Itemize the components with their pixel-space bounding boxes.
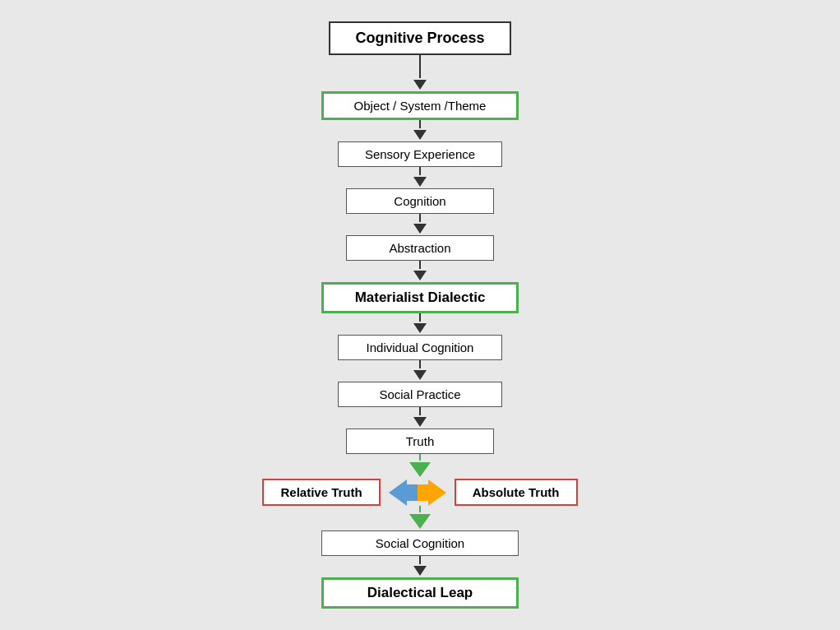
bidirectional-arrows <box>389 479 446 506</box>
arrow-1 <box>413 80 427 90</box>
arrow-2 <box>413 130 427 140</box>
arrow-8 <box>413 417 427 427</box>
object-node: Object / System /Theme <box>321 91 519 120</box>
connector-5 <box>419 261 421 269</box>
arrow-3 <box>413 177 427 187</box>
materialist-node: Materialist Dialectic <box>321 282 519 313</box>
connector-6 <box>419 313 421 322</box>
sensory-node: Sensory Experience <box>338 141 502 167</box>
connector-4 <box>419 214 421 222</box>
cognition-node: Cognition <box>346 188 494 214</box>
connector-3 <box>419 167 421 175</box>
right-arrow-body <box>418 484 429 501</box>
relative-truth-node: Relative Truth <box>262 479 380 506</box>
arrow-4 <box>413 224 427 234</box>
left-arrow-head <box>389 479 407 506</box>
individual-node: Individual Cognition <box>338 335 502 360</box>
arrow-7 <box>413 370 427 380</box>
arrow-green-1 <box>409 462 431 477</box>
connector-2 <box>419 120 421 128</box>
arrow-5 <box>413 271 427 280</box>
right-arrow-head <box>428 479 446 506</box>
abstraction-node: Abstraction <box>346 235 494 261</box>
connector-9 <box>419 454 421 461</box>
left-arrow-body <box>406 484 418 501</box>
connector-8 <box>419 407 421 415</box>
connector-11 <box>419 556 421 564</box>
arrow-green-2 <box>409 514 431 529</box>
social-practice-node: Social Practice <box>338 382 502 407</box>
arrow-9 <box>413 566 427 576</box>
cognitive-process-diagram: Cognitive Process Object / System /Theme… <box>215 21 625 609</box>
social-cognition-node: Social Cognition <box>321 530 519 556</box>
arrow-6 <box>413 323 427 333</box>
connector-7 <box>419 360 421 368</box>
dialectical-leap-node: Dialectical Leap <box>321 577 519 609</box>
title-node: Cognitive Process <box>329 21 510 55</box>
connector-1 <box>419 55 421 78</box>
truth-row: Relative Truth Absolute Truth <box>215 479 625 506</box>
truth-node: Truth <box>346 428 494 454</box>
connector-10 <box>419 506 421 512</box>
absolute-truth-node: Absolute Truth <box>455 479 578 506</box>
